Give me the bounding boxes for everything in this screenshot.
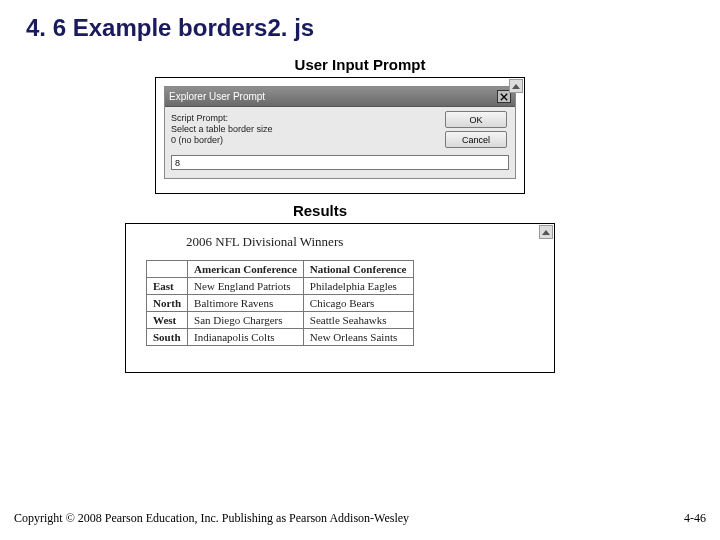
header-american: American Conference	[188, 261, 304, 278]
ok-button[interactable]: OK	[445, 111, 507, 128]
table-row: North Baltimore Ravens Chicago Bears	[147, 295, 414, 312]
page-number: 4-46	[684, 511, 706, 526]
dialog-body: OK Cancel Script Prompt: Select a table …	[165, 107, 515, 178]
cell: Chicago Bears	[303, 295, 413, 312]
table-row: East New England Patriots Philadelphia E…	[147, 278, 414, 295]
row-header: North	[147, 295, 188, 312]
row-header: East	[147, 278, 188, 295]
prompt-screenshot-frame: Explorer User Prompt OK Cancel Script Pr…	[155, 77, 525, 194]
copyright-text: Copyright © 2008 Pearson Education, Inc.…	[14, 511, 409, 526]
table-row: West San Diego Chargers Seattle Seahawks	[147, 312, 414, 329]
prompt-input[interactable]	[171, 155, 509, 170]
header-national: National Conference	[303, 261, 413, 278]
section-label-results: Results	[0, 202, 680, 219]
dialog-titlebar: Explorer User Prompt	[165, 87, 515, 107]
results-table: American Conference National Conference …	[146, 260, 414, 346]
cell: Baltimore Ravens	[188, 295, 304, 312]
results-caption: 2006 NFL Divisional Winners	[186, 234, 536, 250]
table-row: South Indianapolis Colts New Orleans Sai…	[147, 329, 414, 346]
row-header: South	[147, 329, 188, 346]
scroll-up-icon	[539, 225, 553, 239]
cell: Philadelphia Eagles	[303, 278, 413, 295]
slide-title: 4. 6 Example borders2. js	[0, 0, 720, 42]
cell: New England Patriots	[188, 278, 304, 295]
cancel-button[interactable]: Cancel	[445, 131, 507, 148]
header-blank	[147, 261, 188, 278]
cell: San Diego Chargers	[188, 312, 304, 329]
user-prompt-dialog: Explorer User Prompt OK Cancel Script Pr…	[164, 86, 516, 179]
slide-footer: Copyright © 2008 Pearson Education, Inc.…	[14, 511, 706, 526]
scroll-up-icon	[509, 79, 523, 93]
table-header-row: American Conference National Conference	[147, 261, 414, 278]
row-header: West	[147, 312, 188, 329]
cell: New Orleans Saints	[303, 329, 413, 346]
dialog-title-text: Explorer User Prompt	[169, 91, 265, 102]
cell: Seattle Seahawks	[303, 312, 413, 329]
cell: Indianapolis Colts	[188, 329, 304, 346]
section-label-prompt: User Input Prompt	[155, 56, 525, 73]
close-icon	[500, 93, 508, 101]
results-screenshot-frame: 2006 NFL Divisional Winners American Con…	[125, 223, 555, 373]
